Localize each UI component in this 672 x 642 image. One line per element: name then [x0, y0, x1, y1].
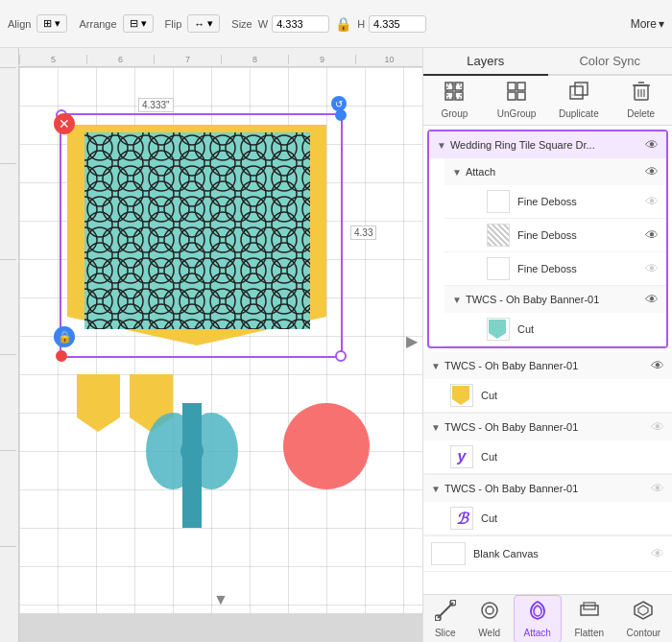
eye-icon-fine-deboss-3[interactable]: 👁: [645, 261, 659, 276]
svg-point-12: [180, 440, 204, 463]
contour-icon: [633, 600, 654, 626]
arrange-button[interactable]: ⊟ ▾: [123, 14, 154, 33]
attach-icon: [527, 600, 548, 626]
weld-button[interactable]: Weld: [468, 596, 510, 642]
twcs-group-header-1[interactable]: ▼ TWCS - Oh Baby Banner-01 👁: [444, 286, 666, 313]
ungroup-button[interactable]: UnGroup: [486, 76, 548, 125]
svg-rect-16: [455, 92, 463, 100]
more-button[interactable]: More ▾: [631, 17, 664, 31]
panel-tabs: Layers Color Sync: [423, 48, 672, 76]
bottom-toolbar: Slice Weld Attach: [423, 594, 672, 642]
layer-group-header-wedding-ring[interactable]: ▼ Wedding Ring Tile Square Dr... 👁: [429, 131, 666, 158]
group-button[interactable]: Group: [423, 76, 486, 125]
align-button[interactable]: ⊞ ▾: [36, 14, 67, 33]
pink-circle: [283, 403, 370, 489]
thumbnail-fine-deboss-3: [487, 257, 510, 280]
ruler-vertical: [0, 48, 19, 642]
layer-name-cut-teal: Cut: [517, 323, 659, 335]
align-chevron: ▾: [55, 17, 60, 30]
height-label: H: [357, 18, 365, 30]
close-button[interactable]: ✕: [54, 113, 75, 134]
eye-icon-wedding-ring[interactable]: 👁: [645, 137, 659, 153]
eye-icon-fine-deboss-1[interactable]: 👁: [645, 194, 659, 209]
eye-icon-twcs-2[interactable]: 👁: [651, 358, 664, 373]
svg-marker-41: [635, 602, 652, 619]
canvas-content: 4.333" ↺ 4.33 ✕ 🔒: [19, 67, 422, 613]
thumbnail-cut-y: y: [450, 445, 473, 468]
layer-item-fine-deboss-3[interactable]: Fine Deboss 👁: [444, 252, 666, 286]
width-label: W: [258, 18, 268, 30]
twcs-group-header-4[interactable]: ▼ TWCS - Oh Baby Banner-01 👁: [423, 475, 672, 502]
align-group: Align ⊞ ▾: [8, 14, 67, 33]
eye-icon-twcs-4[interactable]: 👁: [651, 481, 664, 496]
eye-icon-blank-canvas[interactable]: 👁: [651, 546, 664, 561]
svg-rect-14: [455, 83, 463, 90]
attach-label: Attach: [524, 628, 551, 638]
svg-point-37: [482, 603, 497, 618]
group-icon: [444, 82, 464, 106]
chevron-twcs-4: ▼: [431, 484, 441, 494]
height-group: H: [357, 15, 426, 33]
more-label: More: [631, 17, 657, 31]
selection-box: 4.333" ↺: [60, 113, 343, 358]
layer-item-cut-teal[interactable]: Cut: [444, 313, 666, 346]
rotate-handle[interactable]: ↺: [331, 96, 347, 111]
slice-icon: [435, 600, 456, 626]
handle-bottom-right[interactable]: [335, 350, 347, 362]
flatten-icon: [579, 600, 600, 626]
tab-layers[interactable]: Layers: [423, 48, 548, 76]
layer-list: ▼ Wedding Ring Tile Square Dr... 👁 ▼ Att…: [423, 126, 672, 594]
flip-icon: ↔: [194, 18, 204, 30]
flatten-button[interactable]: Flatten: [564, 596, 613, 642]
thumbnail-cut-b: ℬ: [450, 507, 473, 530]
ungroup-icon: [507, 82, 526, 106]
eye-icon-twcs-1[interactable]: 👁: [645, 292, 659, 307]
eye-icon-twcs-3[interactable]: 👁: [651, 419, 664, 435]
handle-bottom-left[interactable]: [56, 350, 67, 362]
lock-button[interactable]: 🔒: [54, 326, 75, 347]
layer-item-fine-deboss-1[interactable]: Fine Deboss 👁: [444, 185, 666, 219]
eye-icon-fine-deboss-2[interactable]: 👁: [645, 227, 659, 243]
layer-item-cut-yellow[interactable]: Cut: [423, 379, 672, 413]
layer-item-cut-b[interactable]: ℬ Cut: [423, 502, 672, 535]
eye-icon-attach[interactable]: 👁: [645, 164, 659, 179]
arrange-chevron: ▾: [141, 17, 147, 30]
lock-icon: 🔒: [335, 16, 351, 32]
layer-name-fine-deboss-3: Fine Deboss: [517, 263, 637, 274]
twcs-group-name-1: TWCS - Oh Baby Banner-01: [466, 294, 641, 305]
twcs-group-header-2[interactable]: ▼ TWCS - Oh Baby Banner-01 👁: [423, 352, 672, 379]
contour-button[interactable]: Contour: [617, 596, 671, 642]
attach-group-header[interactable]: ▼ Attach 👁: [444, 158, 666, 185]
scroll-arrow-right[interactable]: ▶: [406, 331, 418, 349]
svg-rect-22: [570, 86, 583, 99]
canvas-area[interactable]: 5 6 7 8 9 10: [0, 48, 422, 642]
flip-button[interactable]: ↔ ▾: [187, 14, 220, 33]
ruler-mark-v: [0, 163, 16, 259]
delete-label: Delete: [627, 108, 655, 119]
layer-item-fine-deboss-2[interactable]: Fine Deboss 👁: [444, 219, 666, 252]
svg-rect-11: [182, 403, 202, 528]
svg-rect-18: [508, 83, 516, 90]
slice-button[interactable]: Slice: [425, 596, 466, 642]
layer-item-cut-y[interactable]: y Cut: [423, 440, 672, 474]
svg-rect-19: [517, 83, 525, 90]
scroll-arrow-bottom[interactable]: ▼: [213, 591, 228, 608]
layer-name-fine-deboss-2: Fine Deboss: [517, 229, 637, 241]
delete-button[interactable]: Delete: [610, 76, 672, 125]
height-input[interactable]: [369, 15, 426, 33]
duplicate-button[interactable]: Duplicate: [548, 76, 611, 125]
blank-canvas-row[interactable]: Blank Canvas 👁: [423, 536, 672, 572]
twcs-group-header-3[interactable]: ▼ TWCS - Oh Baby Banner-01 👁: [423, 414, 672, 440]
chevron-twcs-1: ▼: [452, 295, 462, 305]
width-input[interactable]: [272, 15, 329, 33]
panel-actions: Group UnGroup: [423, 76, 672, 126]
ruler-mark-v: [0, 259, 16, 355]
tab-colorsync[interactable]: Color Sync: [548, 48, 673, 76]
ruler-mark: 8: [221, 55, 288, 64]
teal-bow: [144, 403, 240, 531]
flip-label: Flip: [165, 18, 182, 30]
attach-button[interactable]: Attach: [514, 595, 562, 643]
weld-icon: [479, 600, 500, 626]
thumbnail-fine-deboss-1: [487, 190, 510, 213]
layer-name-fine-deboss-1: Fine Deboss: [517, 196, 637, 207]
